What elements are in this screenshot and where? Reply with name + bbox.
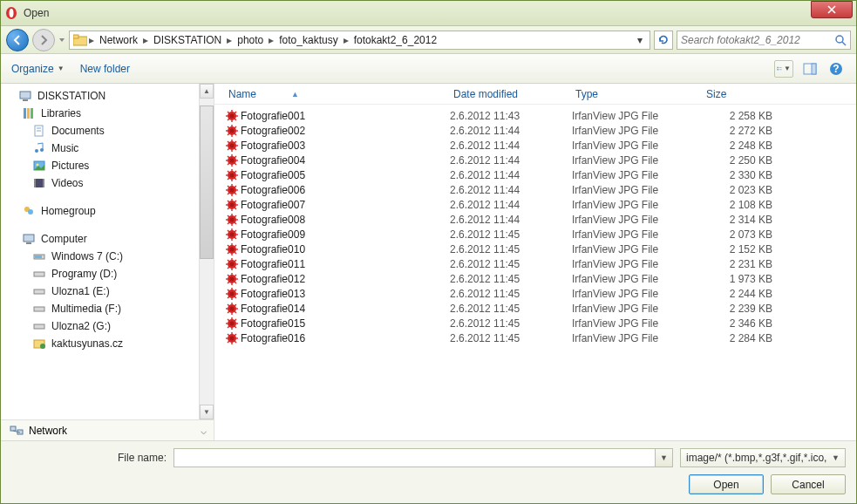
file-icon xyxy=(225,213,241,227)
filename-input[interactable] xyxy=(173,448,656,467)
help-button[interactable]: ? xyxy=(826,60,846,78)
sidebar-item-music[interactable]: Music xyxy=(8,140,214,157)
breadcrumb-seg-current[interactable]: fotokakt2_6_2012 xyxy=(350,34,440,46)
filename-dropdown[interactable]: ▼ xyxy=(656,448,673,467)
svg-point-139 xyxy=(230,336,235,340)
svg-rect-17 xyxy=(27,108,30,119)
open-button[interactable]: Open xyxy=(689,474,764,494)
close-button[interactable] xyxy=(811,1,853,18)
file-row[interactable]: Fotografie0152.6.2012 11:45IrfanView JPG… xyxy=(214,316,856,330)
svg-point-97 xyxy=(230,232,235,236)
sidebar-group-network[interactable]: Network ⌵ xyxy=(1,419,214,440)
cancel-button[interactable]: Cancel xyxy=(771,474,846,494)
sidebar-item-drive-g[interactable]: Ulozna2 (G:) xyxy=(8,317,214,335)
nav-forward-button[interactable] xyxy=(32,29,55,51)
sidebar-label: Homegroup xyxy=(41,205,96,217)
sidebar-group-computer[interactable]: Computer xyxy=(8,230,214,248)
sidebar-item-pictures[interactable]: Pictures xyxy=(8,157,214,174)
sidebar-item-documents[interactable]: Documents xyxy=(8,122,214,140)
file-icon xyxy=(225,124,241,138)
file-row[interactable]: Fotografie0102.6.2012 11:45IrfanView JPG… xyxy=(214,242,856,256)
breadcrumb-seg-photo[interactable]: photo xyxy=(234,34,267,46)
file-row[interactable]: Fotografie0062.6.2012 11:44IrfanView JPG… xyxy=(214,182,856,197)
sidebar-item-drive-d[interactable]: Programy (D:) xyxy=(8,265,214,283)
open-dialog-window: Open ▸ Network ▸ DISKSTATION ▸ photo ▸ f… xyxy=(0,0,857,504)
file-row[interactable]: Fotografie0092.6.2012 11:45IrfanView JPG… xyxy=(214,227,856,242)
column-header-name[interactable]: Name ▲ xyxy=(225,88,450,100)
column-header-type[interactable]: Type xyxy=(572,88,703,100)
svg-point-1 xyxy=(10,9,14,17)
scroll-up-button[interactable]: ▲ xyxy=(200,84,214,99)
sidebar-scrollbar[interactable]: ▲ ▼ xyxy=(199,84,214,419)
new-folder-button[interactable]: New folder xyxy=(80,63,130,75)
file-row[interactable]: Fotografie0012.6.2012 11:43IrfanView JPG… xyxy=(214,108,856,123)
file-icon xyxy=(225,287,241,301)
breadcrumb-seg-network[interactable]: Network xyxy=(96,34,141,46)
file-name: Fotografie006 xyxy=(241,184,450,196)
sidebar-item-diskstation[interactable]: DISKSTATION xyxy=(8,87,214,105)
file-date: 2.6.2012 11:45 xyxy=(450,273,572,285)
svg-point-91 xyxy=(230,217,235,221)
sidebar-item-videos[interactable]: Videos xyxy=(8,174,214,192)
file-row[interactable]: Fotografie0142.6.2012 11:45IrfanView JPG… xyxy=(214,301,856,316)
file-date: 2.6.2012 11:45 xyxy=(450,317,572,330)
file-row[interactable]: Fotografie0122.6.2012 11:45IrfanView JPG… xyxy=(214,271,856,286)
svg-rect-36 xyxy=(34,289,44,294)
chevron-icon: ▸ xyxy=(89,34,94,46)
file-row[interactable]: Fotografie0162.6.2012 11:45IrfanView JPG… xyxy=(214,330,856,345)
file-row[interactable]: Fotografie0022.6.2012 11:44IrfanView JPG… xyxy=(214,123,856,138)
videos-icon xyxy=(32,176,46,190)
file-row[interactable]: Fotografie0072.6.2012 11:44IrfanView JPG… xyxy=(214,197,856,212)
breadcrumb-dropdown[interactable]: ▾ xyxy=(634,34,646,46)
file-icon xyxy=(225,139,241,153)
breadcrumb-seg-diskstation[interactable]: DISKSTATION xyxy=(150,34,225,46)
file-name: Fotografie007 xyxy=(241,199,450,211)
homegroup-icon xyxy=(22,204,36,218)
sidebar-item-drive-e[interactable]: Ulozna1 (E:) xyxy=(8,283,214,300)
breadcrumb-seg-fotokaktusy[interactable]: foto_kaktusy xyxy=(275,34,341,46)
sidebar-group-homegroup[interactable]: Homegroup xyxy=(8,202,214,220)
svg-rect-14 xyxy=(20,92,31,99)
nav-back-button[interactable] xyxy=(6,29,29,51)
file-row[interactable]: Fotografie0132.6.2012 11:45IrfanView JPG… xyxy=(214,286,856,301)
column-header-size[interactable]: Size xyxy=(703,88,790,100)
breadcrumb-bar[interactable]: ▸ Network ▸ DISKSTATION ▸ photo ▸ foto_k… xyxy=(69,31,650,50)
search-input[interactable] xyxy=(681,34,834,46)
pictures-icon xyxy=(32,159,46,173)
file-size: 1 973 KB xyxy=(703,273,790,285)
chevron-icon: ▸ xyxy=(343,34,349,46)
file-name: Fotografie014 xyxy=(241,303,450,315)
file-type-filter[interactable]: image/* (*.bmp,*.g3f,*.gif,*.ico, ▼ xyxy=(680,448,846,467)
file-type: IrfanView JPG File xyxy=(572,140,703,152)
organize-button[interactable]: Organize ▼ xyxy=(11,63,65,75)
scroll-down-button[interactable]: ▼ xyxy=(200,405,214,419)
sidebar-item-drive-f[interactable]: Multimedia (F:) xyxy=(8,300,214,317)
sidebar-label: Ulozna2 (G:) xyxy=(51,320,111,332)
nav-history-dropdown[interactable] xyxy=(58,36,65,44)
scroll-thumb[interactable] xyxy=(200,106,214,259)
expand-icon[interactable]: ⌵ xyxy=(201,425,207,437)
file-row[interactable]: Fotografie0052.6.2012 11:44IrfanView JPG… xyxy=(214,167,856,182)
file-row[interactable]: Fotografie0112.6.2012 11:45IrfanView JPG… xyxy=(214,256,856,271)
file-row[interactable]: Fotografie0032.6.2012 11:44IrfanView JPG… xyxy=(214,138,856,153)
sidebar-item-drive-c[interactable]: Windows 7 (C:) xyxy=(8,248,214,265)
sidebar-group-libraries[interactable]: Libraries xyxy=(8,105,214,122)
search-box[interactable] xyxy=(677,31,851,50)
dropdown-icon: ▼ xyxy=(832,453,840,462)
view-options-button[interactable]: ▼ xyxy=(774,60,793,78)
preview-pane-button[interactable] xyxy=(800,60,820,78)
file-name: Fotografie005 xyxy=(241,169,450,181)
chevron-icon: ▸ xyxy=(269,34,274,46)
refresh-button[interactable] xyxy=(654,31,673,50)
file-row[interactable]: Fotografie0042.6.2012 11:44IrfanView JPG… xyxy=(214,153,856,167)
file-list[interactable]: Fotografie0012.6.2012 11:43IrfanView JPG… xyxy=(214,105,856,440)
sidebar-item-ftp[interactable]: kaktusyunas.cz xyxy=(8,335,214,352)
file-name: Fotografie003 xyxy=(241,140,450,152)
file-date: 2.6.2012 11:44 xyxy=(450,140,572,152)
file-name: Fotografie013 xyxy=(241,288,450,300)
file-row[interactable]: Fotografie0082.6.2012 11:44IrfanView JPG… xyxy=(214,212,856,227)
file-name: Fotografie015 xyxy=(241,317,450,330)
file-name: Fotografie011 xyxy=(241,258,450,270)
titlebar[interactable]: Open xyxy=(1,1,856,26)
column-header-date[interactable]: Date modified xyxy=(450,88,572,100)
